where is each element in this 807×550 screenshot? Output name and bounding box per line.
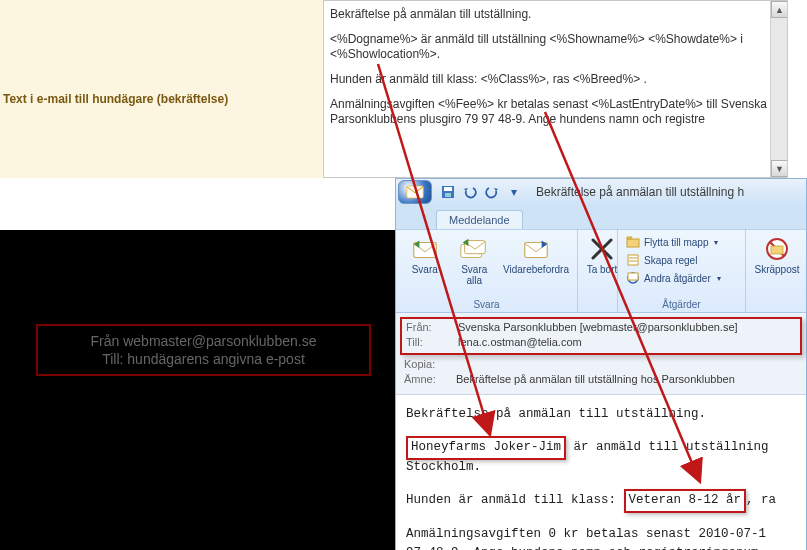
template-field-label: Text i e-mail till hundägare (bekräftels… (3, 92, 228, 106)
callout-line: Till: hundägarens angivna e-post (38, 350, 369, 368)
svg-rect-13 (771, 246, 783, 254)
callout-line: Från webmaster@parsonklubben.se (38, 332, 369, 350)
svg-rect-3 (445, 193, 451, 197)
body-line: Bekräftelse på anmälan till utställning. (406, 405, 796, 424)
message-header: Från:Svenska Parsonklubben [webmaster@pa… (396, 313, 806, 395)
quick-access-toolbar: ▾ (440, 184, 522, 200)
email-template-textarea[interactable]: Bekräftelse på anmälan till utställning.… (323, 0, 788, 178)
folder-move-icon (626, 235, 640, 249)
callout-box: Från webmaster@parsonklubben.se Till: hu… (36, 324, 371, 376)
envelope-icon (406, 185, 424, 199)
rule-icon (626, 253, 640, 267)
template-line: <%Dogname%> är anmäld till utställning <… (330, 32, 781, 62)
envelope-reply-icon (410, 236, 440, 262)
to-value: lena.c.ostman@telia.com (458, 336, 796, 348)
scroll-up-button[interactable]: ▲ (771, 1, 788, 18)
ribbon-group-label: Åtgärder (624, 299, 739, 310)
body-line: Honeyfarms Joker-Jim är anmäld till utst… (406, 438, 796, 477)
svg-rect-0 (407, 186, 424, 198)
left-panel: Text i e-mail till hundägare (bekräftels… (0, 0, 323, 178)
from-value: Svenska Parsonklubben [webmaster@parsonk… (458, 321, 796, 333)
dropdown-icon[interactable]: ▾ (506, 184, 522, 200)
save-icon[interactable] (440, 184, 456, 200)
class-highlight: Veteran 8-12 år (624, 489, 747, 512)
tab-message[interactable]: Meddelande (436, 210, 523, 229)
from-to-highlight: Från:Svenska Parsonklubben [webmaster@pa… (400, 317, 802, 355)
message-body[interactable]: Bekräftelse på anmälan till utställning.… (396, 395, 806, 550)
body-line: Hunden är anmäld till klass: Veteran 8-1… (406, 491, 796, 510)
outlook-window: ▾ Bekräftelse på anmälan till utställnin… (395, 178, 807, 550)
window-title: Bekräftelse på anmälan till utställning … (536, 185, 744, 199)
office-button[interactable] (398, 180, 432, 204)
reply-button[interactable]: Svara (402, 234, 448, 277)
envelope-forward-icon (521, 236, 551, 262)
ribbon-group-label: Svara (402, 299, 571, 310)
ribbon: Svara Svara alla Vidarebefordra Svara Ta… (396, 229, 806, 313)
dogname-highlight: Honeyfarms Joker-Jim (406, 436, 566, 459)
template-line: Hunden är anmäld till klass: <%Class%>, … (330, 72, 781, 87)
dark-background (0, 230, 395, 550)
delete-button[interactable]: Ta bort (584, 234, 620, 277)
template-line: Bekräftelse på anmälan till utställning. (330, 7, 781, 22)
junk-icon (762, 236, 792, 262)
junk-button[interactable]: Skräppost (752, 234, 802, 277)
envelope-reply-all-icon (459, 236, 489, 262)
from-label: Från: (406, 321, 458, 333)
subject-label: Ämne: (404, 373, 456, 385)
to-label: Till: (406, 336, 458, 348)
move-to-folder-button[interactable]: Flytta till mapp▾ (624, 234, 739, 250)
svg-rect-9 (628, 255, 638, 265)
svg-rect-2 (444, 187, 452, 191)
gear-small-icon (626, 271, 640, 285)
body-line: Anmälningsavgiften 0 kr betalas senast 2… (406, 525, 796, 551)
cc-label: Kopia: (404, 358, 456, 370)
undo-icon[interactable] (462, 184, 478, 200)
reply-all-button[interactable]: Svara alla (452, 234, 498, 288)
subject-value: Bekräftelse på anmälan till utställning … (456, 373, 798, 385)
titlebar: ▾ Bekräftelse på anmälan till utställnin… (396, 179, 806, 205)
ribbon-tabs: Meddelande (396, 205, 806, 229)
scrollbar[interactable]: ▲ ▼ (770, 1, 787, 177)
other-actions-button[interactable]: Andra åtgärder▾ (624, 270, 739, 286)
template-line: Anmälningsavgiften <%Fee%> kr betalas se… (330, 97, 781, 127)
forward-button[interactable]: Vidarebefordra (501, 234, 571, 277)
redo-icon[interactable] (484, 184, 500, 200)
svg-rect-8 (627, 239, 639, 247)
scroll-down-button[interactable]: ▼ (771, 160, 788, 177)
svg-rect-11 (628, 273, 638, 280)
create-rule-button[interactable]: Skapa regel (624, 252, 739, 268)
delete-x-icon (587, 236, 617, 262)
